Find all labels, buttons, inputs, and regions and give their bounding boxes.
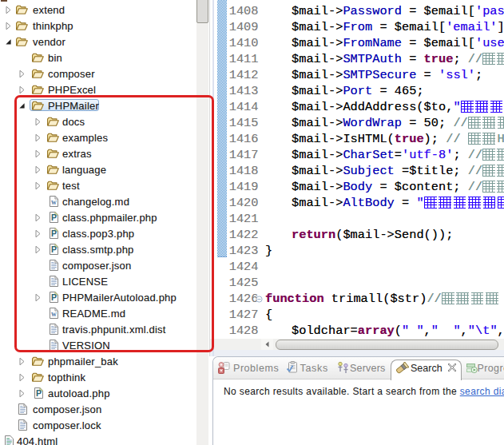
svg-text:P: P bbox=[36, 388, 42, 398]
